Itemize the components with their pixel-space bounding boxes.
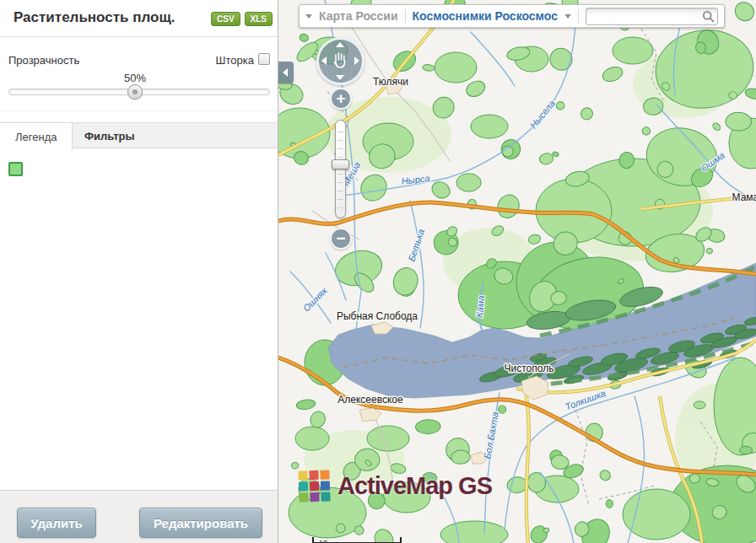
map-town-label: Алексеевское (338, 394, 403, 406)
search-input[interactable] (586, 8, 718, 25)
vegetation-blob (551, 291, 567, 305)
export-buttons: CSV XLS (211, 12, 273, 26)
curtain-checkbox[interactable] (258, 53, 270, 65)
map-river-label: Кама (474, 295, 486, 318)
vegetation-blob (390, 265, 421, 298)
search-container (586, 8, 718, 25)
activemap-logo-text: ActiveMap GS (338, 472, 492, 500)
vegetation-blob (415, 419, 440, 434)
section-divider (0, 110, 278, 111)
map-area: МешаНырсаНыселаБетькаОшнякКамаОшмаТолкиш… (278, 0, 756, 543)
map-river-label: Ошняк (301, 285, 330, 314)
delete-button[interactable]: Удалить (17, 508, 96, 538)
base-layer-selector[interactable]: Карта России (319, 9, 398, 23)
map-town-label: Мамадыш (732, 191, 756, 203)
panel-footer: Удалить Редактировать (0, 490, 278, 543)
pan-up-icon[interactable] (336, 42, 344, 47)
csv-button[interactable]: CSV (211, 12, 240, 26)
curtain-label: Шторка (216, 54, 254, 67)
tab-legend[interactable]: Легенда (0, 122, 73, 150)
toolbar-divider (405, 9, 406, 23)
chevron-down-icon[interactable] (305, 14, 312, 22)
transparency-value: 50% (124, 72, 146, 84)
vegetation-blob (706, 248, 712, 253)
vegetation-blob (422, 64, 435, 72)
map-town-label: Тюлячи (373, 76, 408, 88)
vegetation-blob (291, 462, 299, 469)
vegetation-blob (456, 174, 481, 191)
scale-label: 10 (319, 539, 327, 543)
chevron-down-icon[interactable] (564, 14, 571, 22)
map-river-label: Бол.Бахта (482, 411, 500, 460)
pan-left-icon[interactable] (321, 56, 327, 65)
activemap-logo: ActiveMap GS (299, 470, 492, 502)
app-window: Растительность площ. CSV XLS Прозрачност… (0, 0, 756, 543)
zoom-slider[interactable] (335, 120, 346, 218)
vegetation-blob (355, 169, 392, 206)
scale-bar: 10 (312, 537, 402, 543)
legend-swatch (8, 162, 23, 176)
zoom-out-button[interactable]: − (330, 228, 352, 250)
vegetation-blob (546, 44, 577, 75)
map-river-label: Нырса (401, 173, 430, 185)
vegetation-blob (598, 468, 613, 482)
zoom-slider-thumb[interactable] (332, 159, 349, 169)
vegetation-blob (539, 153, 554, 165)
vegetation-blob (726, 112, 752, 131)
vegetation-blob (579, 105, 595, 121)
map-river-label: Бетька (406, 228, 426, 262)
vegetation-blob (732, 0, 756, 24)
vegetation-blob (464, 78, 488, 99)
vegetation-blob (694, 401, 705, 409)
vegetation-blob (296, 399, 316, 411)
active-layer-selector[interactable]: Космоснимки Роскосмос (413, 9, 558, 23)
pan-down-icon[interactable] (336, 75, 344, 80)
map-town-label: Чистополь (505, 363, 554, 374)
map-river-label: Нысела (528, 98, 558, 130)
vegetation-blob (527, 234, 542, 245)
vegetation-blob (601, 64, 624, 83)
transparency-label: Прозрачность (8, 54, 79, 67)
map-town-label: Рыбная Слобода (337, 310, 418, 322)
tab-filters[interactable]: Фильтры (84, 123, 135, 149)
vegetation-blob (494, 191, 523, 222)
pan-right-icon[interactable] (354, 56, 359, 65)
vegetation-blob (606, 499, 613, 508)
layer-panel: Растительность площ. CSV XLS Прозрачност… (0, 0, 278, 543)
collapse-panel-button[interactable] (278, 62, 294, 83)
hand-icon (332, 51, 349, 71)
transparency-slider-thumb[interactable] (127, 84, 143, 99)
vegetation-blob (299, 33, 309, 42)
vegetation-blob (552, 151, 559, 157)
xls-button[interactable]: XLS (245, 12, 273, 26)
search-icon[interactable] (702, 10, 715, 23)
vegetation-blob (689, 474, 699, 483)
vegetation-blob (641, 126, 651, 136)
zoom-in-button[interactable]: + (330, 88, 352, 110)
map-toolbar: Карта России Космоснимки Роскосмос (299, 4, 725, 28)
vegetation-blob (555, 100, 565, 110)
vegetation-blob (739, 446, 752, 454)
vegetation-blob (498, 405, 507, 414)
edit-button[interactable]: Редактировать (139, 508, 262, 538)
vegetation-blob (711, 121, 721, 132)
panel-header: Растительность площ. CSV XLS (0, 0, 278, 37)
panel-tabs: Легенда Фильтры (0, 122, 278, 148)
activemap-logo-icon (298, 470, 330, 502)
toolbar-divider (578, 9, 579, 23)
vegetation-blob (429, 179, 453, 201)
pan-control[interactable] (316, 37, 364, 85)
vegetation-blob (527, 523, 550, 543)
panel-title: Растительность площ. (14, 9, 176, 26)
vegetation-blob (744, 87, 756, 100)
